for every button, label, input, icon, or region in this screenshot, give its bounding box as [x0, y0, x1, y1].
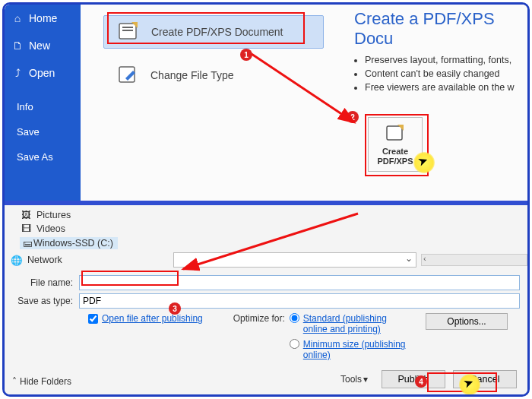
svg-rect-2	[122, 30, 133, 31]
create-pdfxps-button[interactable]: Create PDF/XPS	[368, 117, 423, 172]
cancel-button[interactable]: Cancel	[453, 370, 517, 388]
filename-input[interactable]	[79, 275, 520, 290]
export-options: Create PDF/XPS Document Change File Type	[81, 5, 347, 201]
tree-videos[interactable]: 🎞Videos	[20, 222, 527, 236]
export-change-file-type[interactable]: Change File Type	[103, 59, 324, 91]
filename-label: File name:	[5, 277, 79, 288]
optimize-for-label: Optimize for:	[233, 313, 285, 324]
chevron-up-icon: ˄	[12, 376, 17, 387]
info-bullet: Content can't be easily changed	[365, 68, 527, 79]
sidebar-item-new[interactable]: 🗋 New	[5, 32, 81, 59]
new-icon: 🗋	[12, 40, 23, 52]
sidebar-label: Open	[29, 67, 55, 79]
saveastype-label: Save as type:	[5, 296, 79, 306]
open-after-checkbox[interactable]: Open file after publishing	[88, 313, 203, 324]
sidebar-label: Home	[29, 12, 57, 24]
change-type-icon	[117, 65, 140, 85]
open-after-input[interactable]	[88, 314, 98, 324]
network-icon: 🌐	[11, 255, 23, 266]
info-bullet: Free viewers are available on the w	[365, 82, 527, 93]
optimize-minimum-radio[interactable]: Minimum size (publishing online)	[290, 339, 410, 360]
optimize-standard-radio[interactable]: Standard (publishing online and printing…	[290, 313, 410, 334]
sidebar-label: New	[29, 40, 50, 52]
tree-pictures[interactable]: 🖼Pictures	[20, 208, 527, 222]
create-pdfxps-label: Create PDF/XPS	[369, 147, 422, 166]
export-option-label: Change File Type	[150, 69, 233, 81]
publish-button[interactable]: Publish	[382, 370, 445, 388]
tools-menu[interactable]: Tools ▾	[340, 374, 368, 385]
dropdown-icon: ▾	[363, 374, 368, 385]
options-button[interactable]: Options...	[426, 313, 508, 330]
home-icon: ⌂	[12, 12, 23, 24]
export-create-pdfxps[interactable]: Create PDF/XPS Document	[103, 15, 324, 49]
info-title: Create a PDF/XPS Docu	[354, 9, 527, 49]
pictures-icon: 🖼	[20, 210, 32, 220]
sidebar-item-home[interactable]: ⌂ Home	[5, 5, 81, 32]
sidebar-item-save[interactable]: Save	[5, 119, 81, 144]
export-option-label: Create PDF/XPS Document	[151, 26, 283, 38]
sidebar-item-saveas[interactable]: Save As	[5, 144, 81, 169]
backstage-sidebar: ⌂ Home 🗋 New ⤴ Open Info Save Save As	[5, 5, 81, 201]
export-info-panel: Create a PDF/XPS Docu Preserves layout, …	[347, 5, 527, 201]
open-icon: ⤴	[12, 67, 23, 79]
info-bullet: Preserves layout, formatting, fonts,	[365, 55, 527, 65]
tree-windows-ssd[interactable]: 🖴Windows-SSD (C:)	[20, 236, 527, 251]
svg-rect-5	[387, 126, 402, 140]
hide-folders-toggle[interactable]: ˄ Hide Folders	[12, 376, 71, 387]
pdf-document-icon	[118, 22, 141, 42]
tree-network[interactable]: 🌐Network	[5, 253, 62, 268]
horizontal-scrollbar[interactable]: ‹	[421, 254, 527, 266]
svg-rect-1	[122, 27, 133, 28]
backstage-export: ⌂ Home 🗋 New ⤴ Open Info Save Save As Cr…	[5, 5, 527, 201]
videos-icon: 🎞	[20, 223, 32, 234]
address-dropdown[interactable]	[173, 252, 416, 268]
folder-tree: 🖼Pictures 🎞Videos 🖴Windows-SSD (C:)	[5, 205, 527, 251]
drive-icon: 🖴	[21, 238, 33, 249]
saveastype-select[interactable]	[79, 293, 520, 309]
publish-dialog: 🖼Pictures 🎞Videos 🖴Windows-SSD (C:) 🌐Net…	[5, 205, 527, 394]
sidebar-item-open[interactable]: ⤴ Open	[5, 59, 81, 87]
sidebar-item-info[interactable]: Info	[5, 94, 81, 119]
